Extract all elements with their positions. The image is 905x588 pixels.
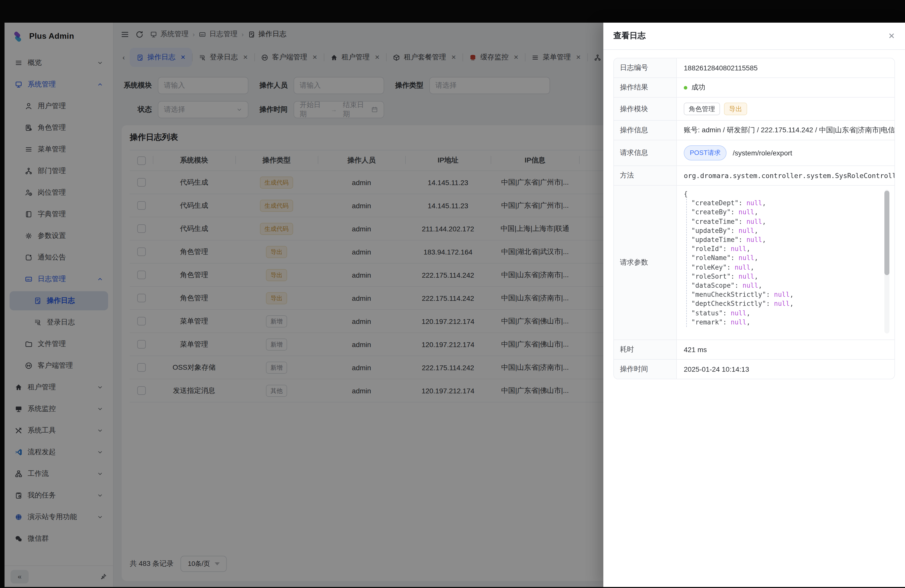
success-dot-icon	[684, 86, 687, 89]
drawer-header: 查看日志 ✕	[603, 23, 905, 50]
detail-value: org.dromara.system.controller.system.Sys…	[684, 172, 894, 180]
module-tag: 角色管理	[684, 103, 720, 115]
detail-value: 2025-01-24 10:14:13	[684, 365, 749, 373]
detail-label: 请求参数	[614, 186, 677, 340]
json-line: "remark": null,	[691, 318, 891, 327]
json-line: "updateTime": null,	[691, 235, 891, 245]
detail-row-耗时: 耗时421 ms	[614, 340, 894, 360]
json-line: "roleKey": null,	[691, 263, 891, 272]
detail-row-请求信息: 请求信息POST请求/system/role/export	[614, 140, 894, 166]
detail-label: 方法	[614, 166, 677, 185]
detail-value: 1882612840802115585	[684, 64, 758, 72]
detail-row-日志编号: 日志编号1882612840802115585	[614, 58, 894, 78]
drawer-title: 查看日志	[613, 31, 646, 41]
screen: Plus Admin 概览系统管理用户管理角色管理菜单管理部门管理岗位管理字典管…	[0, 0, 905, 588]
detail-label: 操作结果	[614, 78, 677, 97]
detail-row-操作模块: 操作模块角色管理导出	[614, 98, 894, 121]
request-params-code[interactable]: {"createDept": null,"createBy": null,"cr…	[683, 188, 891, 337]
json-line: "updateBy": null,	[691, 226, 891, 235]
detail-row-请求参数: 请求参数{"createDept": null,"createBy": null…	[614, 186, 894, 340]
detail-row-操作时间: 操作时间2025-01-24 10:14:13	[614, 360, 894, 379]
detail-row-操作结果: 操作结果成功	[614, 78, 894, 98]
code-scrollbar-thumb[interactable]	[884, 191, 889, 275]
close-icon[interactable]: ✕	[888, 32, 895, 40]
json-line: "roleId": null,	[691, 245, 891, 254]
detail-label: 操作时间	[614, 360, 677, 379]
module-tag: 导出	[724, 103, 747, 115]
json-line: "createBy": null,	[691, 208, 891, 217]
drawer-body: 日志编号1882612840802115585操作结果成功操作模块角色管理导出操…	[603, 50, 905, 387]
view-log-drawer: 查看日志 ✕ 日志编号1882612840802115585操作结果成功操作模块…	[603, 23, 905, 587]
detail-value: 账号: admin / 研发部门 / 222.175.114.242 / 中国|…	[684, 126, 894, 135]
log-detail-table: 日志编号1882612840802115585操作结果成功操作模块角色管理导出操…	[613, 58, 895, 379]
post-request-badge: POST请求	[684, 145, 727, 161]
detail-label: 请求信息	[614, 140, 677, 165]
request-path: /system/role/export	[733, 149, 792, 157]
json-line: "status": null,	[691, 308, 891, 318]
json-line: "deptCheckStrictly": null,	[691, 300, 891, 308]
detail-label: 操作信息	[614, 121, 677, 140]
detail-label: 耗时	[614, 340, 677, 359]
detail-label: 日志编号	[614, 58, 677, 78]
json-line: "menuCheckStrictly": null,	[691, 290, 891, 299]
detail-row-方法: 方法org.dromara.system.controller.system.S…	[614, 166, 894, 186]
detail-value: 421 ms	[684, 346, 707, 354]
detail-label: 操作模块	[614, 98, 677, 120]
json-line: "createTime": null,	[691, 217, 891, 226]
json-line: "createDept": null,	[691, 199, 891, 208]
detail-value: 成功	[691, 83, 705, 92]
detail-row-操作信息: 操作信息账号: admin / 研发部门 / 222.175.114.242 /…	[614, 121, 894, 140]
json-line: "roleSort": null,	[691, 272, 891, 281]
json-line: "dataScope": null,	[691, 281, 891, 290]
json-line: "roleName": null,	[691, 254, 891, 263]
